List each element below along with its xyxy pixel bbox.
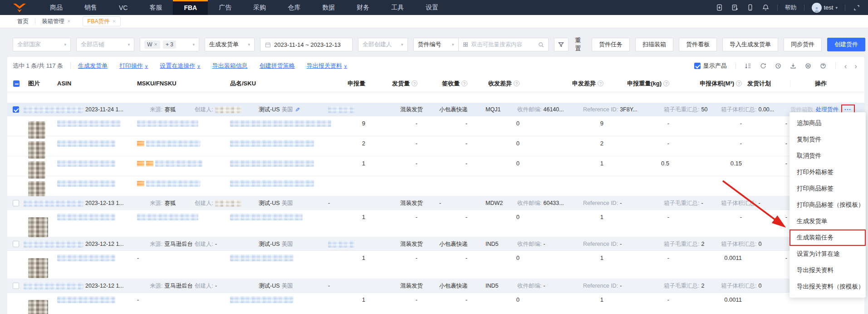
export-customs-link[interactable]: 导出报关资料∨	[307, 62, 347, 70]
search-type-select[interactable]: 货件编号 ▾	[413, 38, 459, 51]
link-label: 设置在途操作	[160, 62, 195, 70]
nav-item-ads[interactable]: 广告	[208, 0, 242, 15]
warehouse-multiselect[interactable]: W ✕ + 3 ▾	[140, 38, 199, 51]
menu-item-generate-packing-task[interactable]: 生成装箱任务	[790, 229, 866, 246]
app-logo[interactable]	[0, 0, 39, 15]
country-select[interactable]: 全部国家 ▾	[13, 38, 71, 51]
search-group: 货件编号 ▾ 双击可批量搜索内容	[413, 38, 549, 51]
chevron-down-icon: ▾	[401, 42, 403, 47]
menu-item-export-customs[interactable]: 导出报关资料	[790, 262, 866, 279]
user-menu[interactable]: test ▾	[812, 3, 838, 13]
box-volume-total: -	[758, 200, 760, 206]
menu-item-generate-invoice[interactable]: 生成发货单	[790, 213, 866, 229]
tab-packing-management[interactable]: 装箱管理 ✕	[35, 18, 77, 25]
nav-item-vc[interactable]: VC	[108, 0, 138, 15]
date-range-value: 2023-11-14 ~ 2023-12-13	[274, 41, 341, 48]
column-settings-icon[interactable]	[804, 62, 812, 70]
nav-item-data[interactable]: 数据	[311, 0, 346, 15]
import-generate-invoice-button[interactable]: 导入生成发货单	[722, 38, 778, 51]
menu-item-print-box-label[interactable]: 打印外箱标签	[790, 164, 866, 180]
reference-id: -	[620, 200, 622, 206]
expand-rows-icon[interactable]	[745, 62, 752, 70]
help-icon[interactable]: ?	[663, 80, 669, 86]
help-icon[interactable]: ?	[736, 80, 742, 86]
nav-item-settings[interactable]: 设置	[415, 0, 449, 15]
row-checkbox[interactable]	[13, 200, 19, 206]
next-page-icon[interactable]: ›	[854, 62, 857, 70]
prev-page-icon[interactable]: ‹	[844, 62, 847, 70]
masked-shipment-id	[24, 241, 83, 248]
tab-home[interactable]: 首页	[17, 18, 35, 25]
row-checkbox[interactable]	[13, 241, 19, 247]
status-select[interactable]: 生成发货单 ▾	[205, 38, 255, 51]
search-icon[interactable]	[538, 41, 544, 48]
selection-count: 选中 1 条/共 117 条	[13, 62, 63, 70]
create-consolidation-strategy-link[interactable]: 创建拼货策略	[260, 62, 295, 70]
print-actions-link[interactable]: 打印操作∨	[119, 62, 148, 70]
download-client-icon[interactable]	[716, 4, 724, 12]
masked-field	[328, 106, 354, 113]
feedback-icon[interactable]	[731, 4, 739, 12]
menu-item-set-calc-intransit[interactable]: 设置为计算在途	[790, 246, 866, 262]
advanced-filter-button[interactable]	[554, 38, 569, 51]
nav-item-fba[interactable]: FBA	[173, 0, 208, 15]
tag-chip	[137, 141, 144, 146]
help-link[interactable]: 帮助	[785, 4, 797, 12]
shipment-task-button[interactable]: 货件任务	[592, 38, 630, 51]
shop-select[interactable]: 全部店铺 ▾	[76, 38, 134, 51]
shipment-board-button[interactable]: 货件看板	[679, 38, 717, 51]
generate-invoice-link[interactable]: 生成发货单	[78, 62, 108, 70]
close-icon[interactable]: ✕	[67, 19, 71, 24]
menu-item-append-product[interactable]: 追加商品	[790, 115, 866, 131]
declared-weight: -	[606, 136, 672, 147]
row-checkbox[interactable]	[13, 106, 19, 113]
help-icon[interactable]: ?	[514, 80, 520, 86]
col-declared-weight: 申报重量(kg)?	[606, 80, 672, 88]
creator-select[interactable]: 全部创建人 ▾	[358, 38, 408, 51]
history-clock-icon[interactable]	[775, 62, 782, 70]
select-all-checkbox[interactable]	[13, 80, 20, 87]
create-shipment-button[interactable]: 创建货件	[827, 38, 865, 51]
export-packing-info-link[interactable]: 导出装箱信息	[212, 62, 248, 70]
masked-sku	[230, 160, 314, 167]
notification-bell-icon[interactable]	[762, 4, 770, 12]
menu-item-copy-shipment[interactable]: 复制货件	[790, 131, 866, 148]
received-qty: -	[420, 116, 470, 127]
nav-item-tools[interactable]: 工具	[380, 0, 415, 15]
zip-code: -	[543, 283, 545, 289]
edit-icon[interactable]: ✎	[295, 106, 300, 113]
reset-button[interactable]: 重置	[575, 36, 586, 53]
nav-item-service[interactable]: 客服	[138, 0, 173, 15]
close-icon[interactable]: ✕	[154, 42, 157, 47]
nav-item-warehouse[interactable]: 仓库	[277, 0, 311, 15]
search-input[interactable]: 双击可批量搜索内容	[459, 38, 549, 51]
date-range-picker[interactable]: 2023-11-14 ~ 2023-12-13	[260, 38, 353, 51]
close-icon[interactable]: ✕	[113, 19, 116, 24]
menu-item-print-product-label[interactable]: 打印商品标签	[790, 180, 866, 197]
nav-item-sales[interactable]: 销售	[74, 0, 108, 15]
tab-fba-shipments[interactable]: FBA货件 ✕	[83, 16, 121, 26]
box-volume-total: 0	[758, 283, 761, 289]
fullscreen-icon[interactable]	[853, 4, 861, 12]
show-product-toggle[interactable]: 显示产品	[694, 62, 727, 70]
selected-tag[interactable]: W ✕	[144, 40, 160, 49]
sync-shipment-button[interactable]: 同步货件	[784, 38, 822, 51]
show-product-checkbox[interactable]	[694, 63, 701, 69]
download-icon[interactable]	[790, 62, 797, 70]
tag-label: W	[147, 41, 152, 48]
nav-item-purchase[interactable]: 采购	[242, 0, 277, 15]
help-icon[interactable]: ?	[461, 80, 467, 86]
set-intransit-link[interactable]: 设置在途操作∨	[160, 62, 200, 70]
row-checkbox[interactable]	[13, 283, 19, 289]
refresh-icon[interactable]	[760, 62, 767, 70]
mobile-app-icon[interactable]	[746, 4, 755, 12]
menu-item-export-customs-template[interactable]: 导出报关资料（按模板）	[790, 279, 866, 295]
nav-item-finance[interactable]: 财务	[346, 0, 380, 15]
menu-item-cancel-shipment[interactable]: 取消货件	[790, 148, 866, 164]
help-icon[interactable]: ?	[412, 80, 417, 86]
nav-item-products[interactable]: 商品	[39, 0, 74, 15]
scan-packing-button[interactable]: 扫描装箱	[635, 38, 673, 51]
help-circle-icon[interactable]	[819, 62, 827, 70]
help-icon[interactable]: ?	[598, 80, 603, 86]
menu-item-print-product-label-template[interactable]: 打印商品标签（按模板）	[790, 197, 866, 213]
